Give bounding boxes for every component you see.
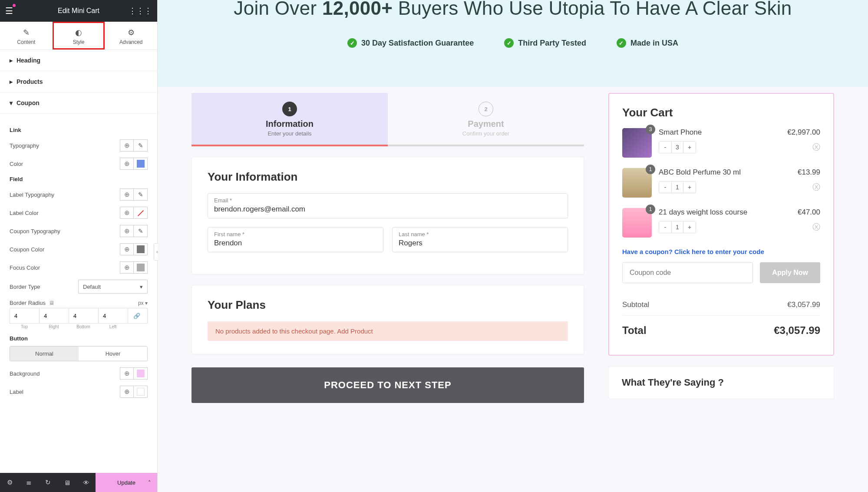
checkout-right: Your Cart 3 Smart Phone - 3 + €2,997.00 … xyxy=(608,93,834,403)
contrast-icon: ◐ xyxy=(53,28,105,37)
testimonials-title: What They're Saying ? xyxy=(622,377,821,388)
control-border-type: Border Type Default ▾ xyxy=(10,280,148,294)
first-name-field[interactable]: First name * Brendon xyxy=(208,227,383,252)
check-icon: ✓ xyxy=(504,38,514,48)
accordion-heading[interactable]: Heading xyxy=(0,50,157,71)
history-icon[interactable]: ↻ xyxy=(38,473,57,492)
desktop-icon[interactable]: 🖥 xyxy=(49,300,54,306)
apply-coupon-button[interactable]: Apply Now xyxy=(760,262,820,283)
control-focus-color: Focus Color xyxy=(10,261,148,274)
control-label-typography: Label Typography xyxy=(10,188,148,201)
step-information[interactable]: 1 Information Enter your details xyxy=(191,93,388,145)
preview-icon[interactable]: 👁 xyxy=(76,473,96,492)
step-payment[interactable]: 2 Payment Confirm your order xyxy=(388,93,584,145)
radius-right-input[interactable] xyxy=(40,308,69,323)
your-information-card: Your Information Email * brendon.rogers@… xyxy=(191,157,584,274)
cart-item: 1 ABC Bold Perfume 30 ml - 1 + €13.99 ⓧ xyxy=(622,168,820,198)
product-price: €47.00 xyxy=(798,208,820,217)
coupon-reveal-link[interactable]: Have a coupon? Click here to enter your … xyxy=(622,248,820,255)
globe-icon[interactable] xyxy=(120,225,134,237)
coupon-input[interactable] xyxy=(622,262,753,283)
responsive-icon[interactable]: 🖥 xyxy=(57,473,76,492)
control-coupon-typography: Coupon Typography xyxy=(10,225,148,237)
sidebar-header: ☰ Edit Mini Cart ⋮⋮⋮ xyxy=(0,0,157,22)
preview-canvas: Join Over 12,000+ Buyers Who Use Utopia … xyxy=(158,0,868,492)
globe-icon[interactable] xyxy=(120,243,134,255)
product-price: €13.99 xyxy=(798,168,820,177)
border-type-select[interactable]: Default ▾ xyxy=(78,280,148,294)
proceed-button[interactable]: PROCEED TO NEXT STEP xyxy=(191,367,584,403)
globe-icon[interactable] xyxy=(120,367,134,380)
remove-item-icon[interactable]: ⓧ xyxy=(812,222,820,232)
globe-icon[interactable] xyxy=(120,188,134,201)
state-hover-tab[interactable]: Hover xyxy=(79,347,147,361)
globe-icon[interactable] xyxy=(120,158,134,170)
color-picker-button[interactable] xyxy=(134,261,148,274)
qty-plus-button[interactable]: + xyxy=(683,221,696,233)
mini-cart-widget[interactable]: Your Cart 3 Smart Phone - 3 + €2,997.00 … xyxy=(608,93,834,356)
color-picker-button[interactable] xyxy=(134,386,148,398)
control-border-radius-header: Border Radius 🖥 px ▾ xyxy=(10,300,148,306)
add-product-link[interactable]: Add Product xyxy=(337,327,373,335)
color-picker-button[interactable] xyxy=(134,243,148,255)
qty-plus-button[interactable]: + xyxy=(683,182,696,193)
chevron-down-icon[interactable]: ▾ xyxy=(145,300,148,306)
radius-left-input[interactable] xyxy=(99,308,128,323)
qty-plus-button[interactable]: + xyxy=(683,142,696,153)
chevron-up-icon: ˄ xyxy=(148,479,151,486)
tab-content[interactable]: ✎ Content xyxy=(0,22,53,50)
control-coupon-color: Coupon Color xyxy=(10,243,148,255)
product-name: 21 days weight loss course xyxy=(659,208,820,217)
radius-top-input[interactable] xyxy=(10,308,40,323)
qty-value: 1 xyxy=(671,221,683,233)
control-label-color: Label Color xyxy=(10,207,148,219)
link-subsection-title: Link xyxy=(10,127,148,133)
edit-typography-button[interactable] xyxy=(134,188,148,201)
cart-item: 3 Smart Phone - 3 + €2,997.00 ⓧ xyxy=(622,128,820,158)
settings-icon[interactable]: ⚙ xyxy=(0,473,19,492)
no-products-alert: No products added to this checkout page.… xyxy=(208,321,568,341)
link-values-icon[interactable]: 🔗 xyxy=(128,308,145,323)
state-normal-tab[interactable]: Normal xyxy=(10,347,79,361)
qty-minus-button[interactable]: - xyxy=(659,142,671,153)
button-subsection-title: Button xyxy=(10,335,148,342)
globe-icon[interactable] xyxy=(120,386,134,398)
pencil-icon: ✎ xyxy=(0,28,53,37)
product-name: ABC Bold Perfume 30 ml xyxy=(659,168,820,177)
sidebar-bottombar: ⚙ ≣ ↻ 🖥 👁 Update ˄ xyxy=(0,473,157,492)
cart-title: Your Cart xyxy=(622,106,820,119)
radius-bottom-input[interactable] xyxy=(69,308,99,323)
hero-headline: Join Over 12,000+ Buyers Who Use Utopia … xyxy=(175,0,851,19)
globe-icon[interactable] xyxy=(120,207,134,219)
tab-advanced[interactable]: ⚙ Advanced xyxy=(105,22,157,50)
sidebar-title: Edit Mini Cart xyxy=(58,7,99,15)
qty-minus-button[interactable]: - xyxy=(659,221,671,233)
email-field[interactable]: Email * brendon.rogers@email.com xyxy=(208,193,568,218)
tab-style[interactable]: ◐ Style xyxy=(53,22,105,50)
accordion-products[interactable]: Products xyxy=(0,71,157,92)
remove-item-icon[interactable]: ⓧ xyxy=(812,142,820,152)
globe-icon[interactable] xyxy=(120,139,134,152)
color-none-button[interactable] xyxy=(134,207,148,219)
control-typography: Typography xyxy=(10,139,148,152)
last-name-field[interactable]: Last name * Rogers xyxy=(392,227,568,252)
qty-badge: 3 xyxy=(646,125,655,134)
globe-icon[interactable] xyxy=(120,261,134,274)
quantity-stepper: - 1 + xyxy=(659,221,696,233)
update-button[interactable]: Update ˄ xyxy=(96,473,157,492)
color-picker-button[interactable] xyxy=(134,158,148,170)
color-picker-button[interactable] xyxy=(134,367,148,380)
edit-typography-button[interactable] xyxy=(134,139,148,152)
navigator-icon[interactable]: ≣ xyxy=(19,473,38,492)
qty-value: 3 xyxy=(671,142,683,153)
product-thumbnail: 3 xyxy=(622,128,652,158)
qty-badge: 1 xyxy=(646,165,655,174)
edit-typography-button[interactable] xyxy=(134,225,148,237)
apps-grid-icon[interactable]: ⋮⋮⋮ xyxy=(129,6,152,16)
total-row: Total €3,057.99 xyxy=(622,315,820,343)
accordion-coupon[interactable]: Coupon xyxy=(0,92,157,114)
qty-badge: 1 xyxy=(646,205,655,214)
remove-item-icon[interactable]: ⓧ xyxy=(812,182,820,192)
hamburger-icon[interactable]: ☰ xyxy=(5,6,13,16)
qty-minus-button[interactable]: - xyxy=(659,182,671,193)
